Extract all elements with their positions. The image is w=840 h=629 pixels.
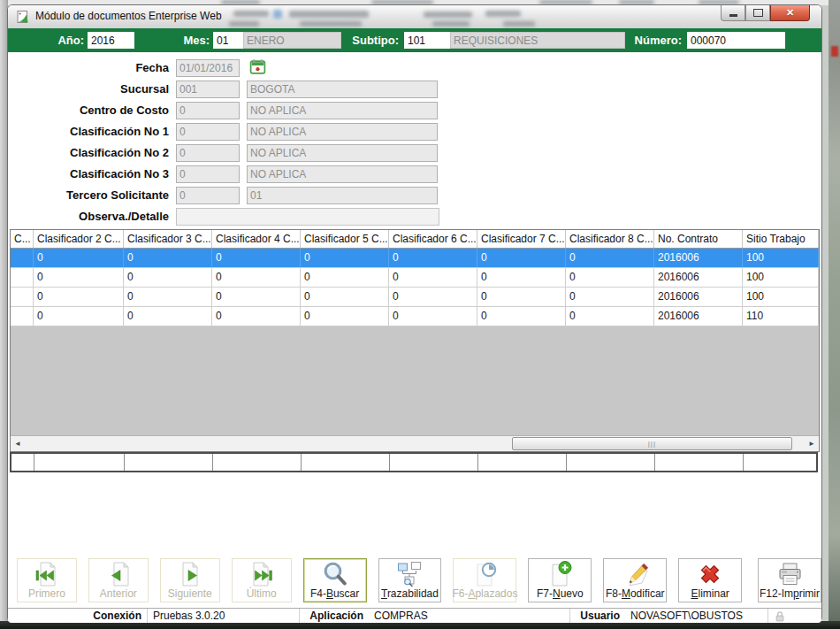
cell: 0: [301, 307, 389, 326]
glass-ghost: [233, 11, 269, 17]
cell: [11, 454, 34, 471]
column-header[interactable]: Clasificador 4 C...: [212, 230, 301, 248]
scroll-right-arrow-icon[interactable]: ►: [805, 436, 819, 450]
previous-button: Anterior: [88, 558, 149, 602]
next-button: Siguiente: [160, 558, 220, 602]
grid-header-row: C... Clasificador 2 C... Clasificador 3 …: [11, 230, 819, 249]
column-header[interactable]: Clasificador 7 C...: [477, 230, 566, 248]
detail-grid-empty[interactable]: [10, 452, 818, 472]
modify-button[interactable]: F8-Modificar: [603, 558, 667, 602]
calendar-button[interactable]: [248, 58, 266, 76]
column-header[interactable]: Clasificador 5 C...: [301, 230, 389, 248]
cell: [11, 288, 34, 306]
calendar-icon: [249, 58, 266, 75]
table-row-selected[interactable]: 0 0 0 0 0 0 0 2016006 100: [11, 249, 819, 268]
cell: [11, 268, 34, 287]
glass-ghost: [289, 11, 369, 18]
cell: 0: [212, 268, 301, 287]
print-button[interactable]: F12-Imprimir: [758, 558, 821, 602]
sucursal-desc-field: [247, 81, 438, 98]
glass-ghost: [229, 21, 259, 27]
table-row[interactable]: 0 0 0 0 0 0 0 2016006 100: [11, 268, 819, 288]
cell: 0: [301, 249, 389, 267]
last-button: Último: [232, 558, 292, 602]
scrollbar-thumb[interactable]: |||: [512, 437, 792, 450]
column-header[interactable]: C...: [11, 230, 34, 248]
traceability-button[interactable]: Trazabilidad: [378, 558, 442, 602]
form-row-clasificacion-2: Clasificación No 2: [8, 144, 821, 162]
cell: 0: [124, 249, 212, 267]
sucursal-label: Sucursal: [8, 82, 169, 96]
centro-costo-desc-field: [247, 102, 438, 119]
cell: 0: [389, 249, 477, 267]
clasificacion-3-desc-field: [247, 165, 438, 183]
minimize-icon: [729, 14, 737, 17]
tercero-code-input: [176, 187, 240, 204]
nav-next-icon: [176, 560, 204, 588]
delete-button[interactable]: Eliminar: [678, 558, 742, 602]
form-row-clasificacion-1: Clasificación No 1: [8, 123, 821, 141]
cell: 2016006: [654, 249, 743, 267]
glass-ghost: [432, 21, 470, 27]
sucursal-code-input: [176, 81, 240, 98]
fecha-label: Fecha: [8, 61, 169, 74]
column-header[interactable]: Clasificador 2 C...: [34, 230, 124, 248]
cell: 0: [34, 268, 124, 287]
cell: 2016006: [654, 288, 743, 306]
subtype-name-field: [450, 32, 625, 49]
first-button: Primero: [17, 558, 77, 602]
scroll-left-arrow-icon[interactable]: ◄: [11, 436, 25, 450]
lock-icon: [774, 610, 786, 623]
new-button[interactable]: F7-Nuevo: [528, 558, 592, 602]
fecha-input: [176, 59, 240, 77]
column-header[interactable]: Sitio Trabajo: [743, 230, 819, 248]
glass-ghost: [485, 11, 521, 17]
subtype-input[interactable]: [404, 32, 452, 49]
cell: 100: [743, 288, 819, 306]
search-button[interactable]: F4-Buscar: [303, 558, 367, 602]
window-title: Módulo de documentos Enterprise Web: [35, 10, 222, 22]
table-row[interactable]: 0 0 0 0 0 0 0 2016006 100: [11, 288, 819, 307]
cell: 0: [389, 268, 477, 287]
nav-first-icon: [33, 560, 61, 588]
postponed-button: F6-Aplazados: [453, 558, 516, 602]
close-button[interactable]: ✕: [770, 5, 810, 21]
month-label: Mes:: [165, 34, 210, 47]
maximize-button[interactable]: [745, 5, 770, 21]
cell: 0: [124, 268, 212, 287]
column-header[interactable]: Clasificador 3 C...: [124, 230, 212, 248]
cell: 0: [566, 288, 654, 306]
app-window: Módulo de documentos Enterprise Web ✕ Añ…: [7, 4, 822, 622]
title-bar[interactable]: Módulo de documentos Enterprise Web ✕: [8, 5, 821, 29]
horizontal-scrollbar[interactable]: ◄ ||| ►: [11, 435, 819, 451]
window-controls: ✕: [721, 5, 810, 21]
clock-page-icon: [470, 560, 499, 588]
table-row[interactable]: 0 0 0 0 0 0 0 2016006 110: [11, 307, 819, 326]
column-header[interactable]: No. Contrato: [654, 230, 743, 248]
year-input[interactable]: [88, 32, 134, 49]
cell: [390, 454, 478, 471]
cell: [125, 454, 213, 471]
cell: 0: [477, 307, 566, 326]
connection-value: Pruebas 3.0.20: [148, 609, 300, 623]
clasificacion-1-label: Clasificación No 1: [8, 125, 169, 138]
cell: [744, 454, 816, 471]
centro-costo-code-input: [176, 102, 240, 119]
documents-grid: C... Clasificador 2 C... Clasificador 3 …: [10, 229, 820, 452]
number-input[interactable]: [687, 32, 785, 49]
column-header[interactable]: Clasificador 8 C...: [566, 230, 654, 248]
minimize-button[interactable]: [721, 5, 745, 21]
form-row-clasificacion-3: Clasificación No 3: [8, 165, 821, 183]
glass-ghost: [273, 10, 282, 19]
month-input[interactable]: [213, 32, 245, 49]
clasificacion-1-desc-field: [247, 123, 438, 141]
cell: 0: [124, 288, 212, 306]
glass-ghost: [424, 12, 472, 18]
cell: 100: [743, 249, 819, 267]
column-header[interactable]: Clasificador 6 C...: [389, 230, 477, 248]
observaciones-input[interactable]: [176, 208, 439, 226]
cell: 0: [124, 307, 212, 326]
document-header-bar: Año: Mes: Subtipo: Número:: [8, 28, 821, 52]
user-label: Usuario: [570, 609, 625, 623]
clasificacion-2-desc-field: [247, 144, 438, 162]
